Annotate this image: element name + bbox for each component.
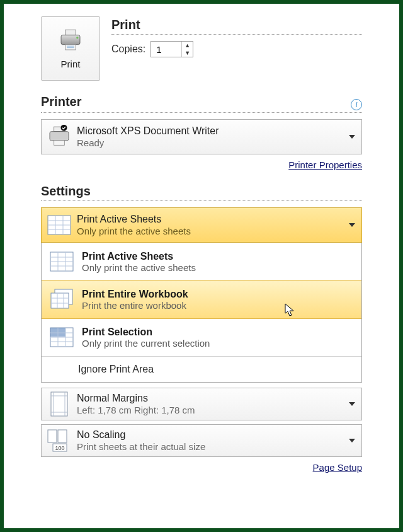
printer-name: Microsoft XPS Document Writer	[77, 125, 219, 137]
copies-label: Copies:	[111, 43, 145, 55]
printer-properties-link[interactable]: Printer Properties	[288, 159, 362, 170]
printer-section-title: Printer	[41, 95, 81, 109]
printer-status: Ready	[77, 137, 219, 149]
option-title: Ignore Print Area	[78, 364, 154, 375]
option-subtitle: Print the entire workbook	[82, 300, 188, 311]
print-button[interactable]: Print	[41, 16, 100, 81]
workbook-icon	[45, 286, 78, 313]
chevron-down-icon	[349, 439, 355, 442]
copies-up[interactable]: ▲	[182, 42, 193, 49]
margins-icon	[45, 391, 73, 417]
svg-rect-40	[48, 430, 57, 442]
svg-rect-8	[54, 141, 65, 146]
copies-down[interactable]: ▼	[182, 49, 193, 57]
margins-select[interactable]: Normal Margins Left: 1,78 cm Right: 1,78…	[41, 388, 362, 420]
svg-rect-41	[58, 430, 67, 442]
scaling-icon: 100	[45, 427, 73, 454]
divider	[111, 34, 362, 35]
option-title: Print Active Sheets	[82, 251, 196, 262]
print-what-subtitle: Only print the active sheets	[77, 226, 191, 238]
copies-input[interactable]	[151, 42, 181, 57]
print-what-title: Print Active Sheets	[77, 213, 191, 226]
sheet-icon	[45, 248, 78, 275]
copies-stepper[interactable]: ▲ ▼	[150, 41, 193, 57]
sheet-icon	[45, 212, 73, 238]
ignore-print-area-option[interactable]: Ignore Print Area	[42, 357, 361, 382]
print-what-option-entire-workbook[interactable]: Print Entire Workbook Print the entire w…	[42, 280, 361, 319]
page-setup-link[interactable]: Page Setup	[313, 462, 362, 473]
scaling-title: No Scaling	[77, 429, 205, 441]
print-title: Print	[111, 18, 362, 32]
svg-rect-23	[51, 293, 69, 308]
margins-subtitle: Left: 1,78 cm Right: 1,78 cm	[77, 405, 195, 417]
printer-icon	[58, 28, 83, 55]
option-title: Print Entire Workbook	[82, 289, 188, 300]
divider	[41, 200, 362, 201]
printer-device-icon	[45, 124, 73, 150]
svg-rect-1	[61, 35, 80, 44]
svg-point-5	[76, 37, 78, 38]
chevron-down-icon	[349, 135, 355, 139]
print-what-option-active-sheets[interactable]: Print Active Sheets Only print the activ…	[42, 243, 361, 280]
chevron-down-icon	[349, 223, 355, 227]
option-subtitle: Only print the active sheets	[82, 262, 196, 273]
info-icon[interactable]: i	[351, 99, 362, 110]
divider	[41, 112, 362, 113]
print-backstage-panel: Print Print Copies: ▲ ▼	[41, 16, 362, 473]
svg-rect-2	[65, 44, 76, 49]
settings-section-title: Settings	[41, 184, 362, 199]
cursor-icon	[285, 303, 296, 317]
selection-icon	[45, 324, 78, 350]
option-subtitle: Only print the current selection	[82, 338, 210, 349]
print-what-dropdown: Print Active Sheets Only print the activ…	[41, 242, 362, 383]
margins-title: Normal Margins	[77, 392, 195, 405]
svg-rect-0	[65, 30, 76, 35]
chevron-down-icon	[349, 402, 355, 406]
option-title: Print Selection	[82, 327, 210, 338]
print-what-select[interactable]: Print Active Sheets Only print the activ…	[41, 207, 362, 243]
print-button-label: Print	[61, 59, 81, 69]
svg-rect-7	[50, 132, 69, 141]
scaling-subtitle: Print sheets at their actual size	[77, 441, 205, 453]
printer-select[interactable]: Microsoft XPS Document Writer Ready	[41, 119, 362, 154]
scaling-select[interactable]: 100 No Scaling Print sheets at their act…	[41, 424, 362, 457]
svg-text:100: 100	[55, 445, 64, 451]
print-what-option-selection[interactable]: Print Selection Only print the current s…	[42, 318, 361, 356]
